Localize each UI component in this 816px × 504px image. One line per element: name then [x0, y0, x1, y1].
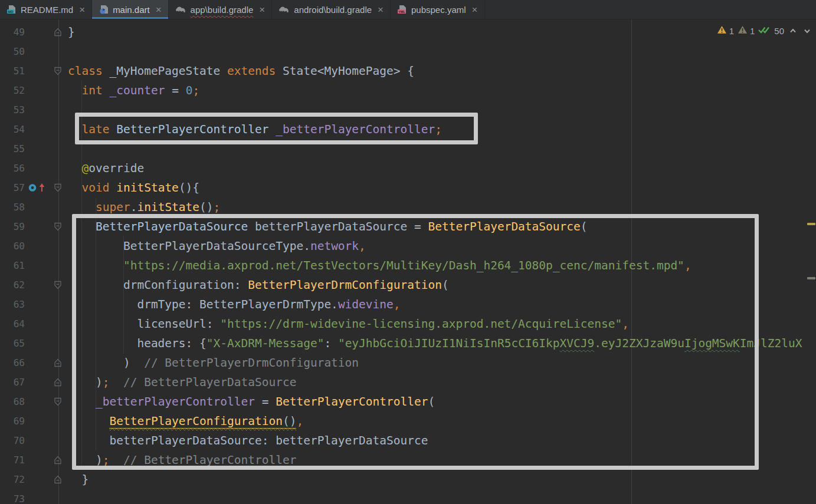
- line-number: 57: [0, 178, 25, 197]
- line-number: 59: [0, 217, 25, 236]
- fold-start-icon[interactable]: [54, 67, 62, 78]
- code-token: [68, 200, 96, 214]
- line-number: 62: [0, 275, 25, 295]
- code-token: void: [81, 181, 109, 195]
- code-token: widevine: [338, 298, 394, 311]
- code-text[interactable]: super.initState();: [68, 197, 220, 217]
- line-number: 54: [0, 120, 25, 139]
- code-token: "X-AxDRM-Message": [207, 337, 325, 350]
- fold-end-icon[interactable]: [54, 378, 62, 389]
- tab-close-icon[interactable]: ×: [79, 5, 85, 15]
- fold-end-icon[interactable]: [54, 28, 62, 39]
- warning-icon: [738, 25, 748, 36]
- fold-end-icon[interactable]: [54, 475, 62, 486]
- tab-main.dart[interactable]: main.dart×: [92, 0, 168, 19]
- code-token: =: [255, 395, 276, 409]
- code-token: [68, 259, 123, 272]
- svg-text:MD: MD: [8, 10, 14, 14]
- ide-window: MDREADME.md×main.dart×app\build.gradle×a…: [0, 0, 816, 504]
- weak-warning-group[interactable]: 1: [738, 25, 755, 36]
- error-stripe-mark[interactable]: [807, 223, 815, 225]
- code-text[interactable]: }: [68, 470, 89, 489]
- code-line-52: 52 int _counter = 0;: [0, 81, 816, 100]
- line-number: 69: [0, 411, 25, 431]
- code-text[interactable]: class _MyHomePageState extends State<MyH…: [68, 61, 414, 81]
- code-line-57: 57 void initState(){: [0, 178, 816, 197]
- fold-start-icon[interactable]: [54, 183, 62, 195]
- chevron-down-icon[interactable]: [802, 27, 812, 35]
- fold-start-icon[interactable]: [54, 397, 62, 409]
- code-line-58: 58 super.initState();: [0, 197, 816, 217]
- code-text[interactable]: ) // BetterPlayerDrmConfiguration: [68, 353, 359, 373]
- line-number: 73: [0, 489, 25, 504]
- code-token: [68, 395, 96, 409]
- code-token: licenseUrl:: [68, 317, 220, 331]
- code-text[interactable]: betterPlayerDataSource: betterPlayerData…: [68, 431, 428, 450]
- code-line-67: 67 ); // BetterPlayerDataSource: [0, 373, 816, 392]
- tab-pubspec.yaml[interactable]: YMLpubspec.yaml×: [391, 0, 485, 19]
- code-token: // BetterPlayerDataSource: [123, 375, 297, 389]
- code-token: [68, 220, 96, 233]
- code-text[interactable]: BetterPlayerDataSourceType.network,: [68, 236, 366, 256]
- code-text[interactable]: drmType: BetterPlayerDrmType.widevine,: [68, 295, 401, 314]
- code-token: ;: [435, 123, 442, 136]
- code-text[interactable]: BetterPlayerConfiguration(),: [68, 411, 303, 431]
- passed-group[interactable]: 50: [758, 25, 784, 36]
- fold-start-icon[interactable]: [54, 222, 62, 233]
- code-line-65: 65 headers: {"X-AxDRM-Message": "eyJhbGc…: [0, 334, 816, 353]
- warning-group[interactable]: 1: [717, 25, 734, 36]
- code-line-64: 64 licenseUrl: "https://drm-widevine-lic…: [0, 314, 816, 334]
- tab-android-build.gradle[interactable]: android\build.gradle×: [272, 0, 391, 19]
- code-token: (): [283, 414, 296, 429]
- chevron-up-icon[interactable]: [788, 27, 798, 35]
- code-token: (: [442, 278, 449, 292]
- line-number: 71: [0, 450, 25, 470]
- override-marker-icon[interactable]: [28, 183, 49, 195]
- code-line-51: 51class _MyHomePageState extends State<M…: [0, 61, 816, 81]
- tab-readme.md[interactable]: MDREADME.md×: [0, 0, 92, 19]
- code-text[interactable]: _betterPlayerController = BetterPlayerCo…: [68, 392, 435, 411]
- fold-end-icon[interactable]: [54, 358, 62, 370]
- editor-tab-bar: MDREADME.md×main.dart×app\build.gradle×a…: [0, 0, 816, 19]
- code-line-54: 54 late BetterPlayerController _betterPl…: [0, 120, 816, 139]
- error-stripe-mark[interactable]: [807, 277, 815, 279]
- code-token: // BetterPlayerController: [123, 453, 297, 467]
- tab-close-icon[interactable]: ×: [472, 5, 478, 15]
- code-text[interactable]: void initState(){: [68, 178, 199, 197]
- code-text[interactable]: licenseUrl: "https://drm-widevine-licens…: [68, 314, 629, 334]
- code-text[interactable]: int _counter = 0;: [68, 81, 199, 100]
- code-text[interactable]: ); // BetterPlayerController: [68, 450, 296, 470]
- code-text[interactable]: ); // BetterPlayerDataSource: [68, 373, 296, 392]
- line-number: 63: [0, 295, 25, 314]
- code-token: [109, 453, 123, 467]
- tab-app-build.gradle[interactable]: app\build.gradle×: [169, 0, 273, 19]
- tab-close-icon[interactable]: ×: [259, 5, 265, 15]
- tab-label: README.md: [21, 5, 73, 15]
- code-token: late: [81, 123, 109, 136]
- fold-end-icon[interactable]: [54, 456, 62, 467]
- code-token: [68, 123, 81, 136]
- code-text[interactable]: "https://media.axprod.net/TestVectors/Mu…: [68, 256, 692, 275]
- code-token: [68, 84, 81, 97]
- tab-close-icon[interactable]: ×: [378, 5, 384, 15]
- code-line-53: 53: [0, 100, 816, 120]
- tab-close-icon[interactable]: ×: [156, 5, 162, 15]
- fold-start-icon[interactable]: [54, 281, 62, 292]
- code-token: // BetterPlayerDrmConfiguration: [144, 356, 359, 370]
- line-number: 65: [0, 334, 25, 353]
- code-token: headers: {: [68, 337, 207, 350]
- code-text[interactable]: }: [68, 22, 75, 42]
- code-text[interactable]: BetterPlayerDataSource betterPlayerDataS…: [68, 217, 588, 236]
- yaml-file-icon: YML: [397, 5, 407, 14]
- code-token: ;: [103, 453, 110, 467]
- code-token: ImJlZ2luX: [740, 337, 802, 350]
- code-text[interactable]: drmConfiguration: BetterPlayerDrmConfigu…: [68, 275, 449, 295]
- code-text[interactable]: headers: {"X-AxDRM-Message": "eyJhbGciOi…: [68, 334, 802, 353]
- code-token: [103, 84, 110, 97]
- code-editor[interactable]: 49}5051class _MyHomePageState extends St…: [0, 19, 816, 504]
- code-text[interactable]: late BetterPlayerController _betterPlaye…: [68, 120, 442, 139]
- code-token: betterPlayerDataSource =: [248, 220, 428, 233]
- code-token: (: [428, 395, 435, 409]
- code-text[interactable]: @override: [68, 159, 144, 178]
- gradle-elephant-icon: [175, 5, 186, 14]
